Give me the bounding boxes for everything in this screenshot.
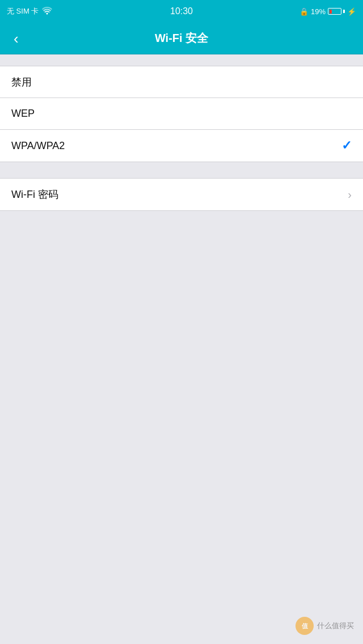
selected-checkmark: ✓ [341,138,352,153]
status-left: 无 SIM 卡 [7,6,52,16]
wifi-icon [42,7,52,16]
wifi-password-label: Wi-Fi 密码 [11,188,58,201]
status-bar: 无 SIM 卡 10:30 🔒 19% ⚡ [0,0,363,23]
section-gap [0,162,363,178]
battery-percent: 19% [311,7,326,16]
status-right: 🔒 19% ⚡ [299,7,356,16]
nav-bar: ‹ Wi-Fi 安全 [0,23,363,54]
top-spacer [0,54,363,66]
security-option-wpa-label: WPA/WPA2 [11,140,65,152]
back-button[interactable]: ‹ [9,29,23,48]
watermark-logo: 值 [296,617,314,635]
security-options-group: 禁用 WEP WPA/WPA2 ✓ [0,66,363,162]
battery-indicator [328,8,345,15]
watermark-circle-text: 值 [302,622,308,630]
watermark: 值 什么值得买 [296,617,354,635]
wifi-password-item[interactable]: Wi-Fi 密码 › [0,179,363,210]
nav-title: Wi-Fi 安全 [155,31,208,46]
security-option-wep[interactable]: WEP [0,98,363,130]
wifi-password-group: Wi-Fi 密码 › [0,178,363,211]
security-option-disabled[interactable]: 禁用 [0,66,363,98]
charging-icon: ⚡ [347,7,356,16]
watermark-label: 什么值得买 [317,621,354,631]
lock-icon: 🔒 [299,7,309,16]
status-time: 10:30 [170,6,193,16]
security-option-wep-label: WEP [11,108,35,120]
security-option-disabled-label: 禁用 [11,75,32,89]
carrier-text: 无 SIM 卡 [7,6,39,16]
chevron-right-icon: › [348,188,352,201]
security-option-wpa[interactable]: WPA/WPA2 ✓ [0,130,363,162]
content: 禁用 WEP WPA/WPA2 ✓ Wi-Fi 密码 › [0,54,363,211]
